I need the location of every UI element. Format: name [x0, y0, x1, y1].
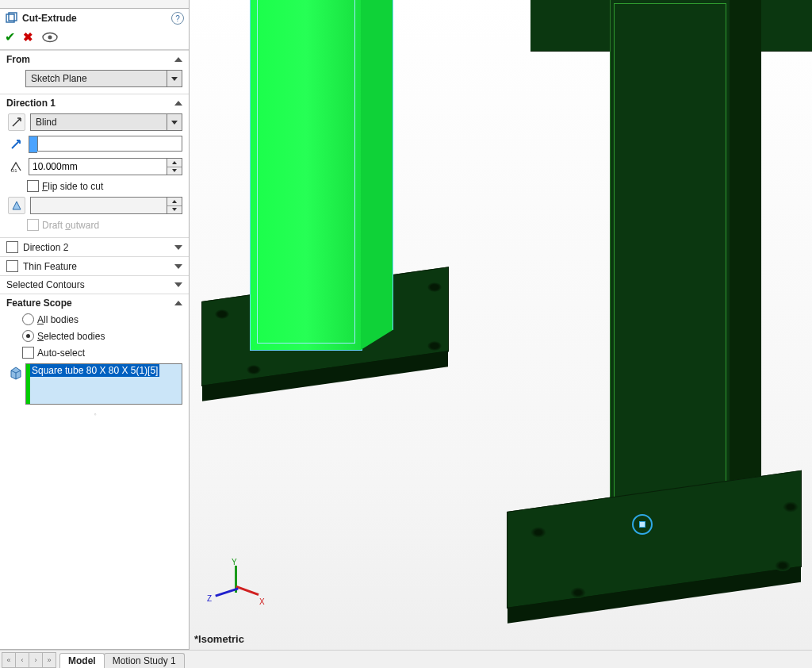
group-body-direction1: Blind	[0, 112, 189, 237]
bolt-hole-icon	[775, 560, 791, 571]
chevron-down-icon	[174, 245, 182, 250]
bolt-hole-icon	[570, 587, 586, 598]
panel-title: Cut-Extrude	[22, 13, 167, 24]
group-body-feature-scope: All bodies Selected bodies Auto-select	[0, 312, 189, 424]
depth-input[interactable]	[29, 159, 167, 175]
model-baseplate-right	[507, 470, 802, 608]
all-bodies-label[interactable]: All bodies	[37, 314, 79, 325]
feature-scope-bodies-list[interactable]: Square tube 80 X 80 X 5(1)[5]	[25, 363, 182, 405]
graphics-viewport[interactable]: X Y Z *Isometric	[190, 0, 812, 650]
svg-point-3	[48, 35, 52, 39]
from-select-value: Sketch Plane	[26, 73, 167, 84]
group-header-from[interactable]: From	[0, 50, 189, 68]
view-orientation-glyph[interactable]	[632, 514, 653, 535]
direction2-label: Direction 2	[23, 242, 170, 253]
feature-scope-list-item[interactable]: Square tube 80 X 80 X 5(1)[5]	[30, 364, 159, 377]
direction-reference-input[interactable]	[37, 136, 182, 152]
tab-nav-prev[interactable]: ‹	[16, 653, 29, 667]
bolt-hole-icon	[427, 341, 442, 351]
section-direction2[interactable]: Direction 2	[0, 237, 189, 256]
action-row: ✔ ✖	[0, 28, 189, 50]
spin-up-button[interactable]	[167, 198, 182, 206]
chevron-up-icon	[174, 301, 182, 305]
group-body-from: Sketch Plane	[0, 68, 189, 94]
dropdown-arrow-icon[interactable]	[167, 71, 182, 86]
triad-x-label: X	[259, 597, 265, 606]
tab-nav-first[interactable]: «	[2, 653, 16, 667]
triad-z-label: Z	[207, 594, 212, 603]
view-orientation-label: *Isometric	[194, 633, 244, 645]
spin-down-button[interactable]	[167, 167, 182, 175]
reference-triad: X Y Z	[209, 566, 264, 613]
chevron-down-icon	[174, 264, 182, 269]
selected-contours-label: Selected Contours	[6, 279, 170, 290]
end-condition-select[interactable]: Blind	[30, 113, 182, 131]
svg-text:D1: D1	[11, 168, 17, 173]
bolt-hole-icon	[530, 527, 546, 538]
direction-reference-icon	[8, 136, 24, 152]
chevron-up-icon	[174, 101, 182, 106]
direction2-checkbox[interactable]	[6, 241, 18, 253]
reverse-direction-button[interactable]	[8, 113, 25, 131]
thin-feature-checkbox[interactable]	[6, 260, 18, 272]
bolt-hole-icon	[783, 501, 799, 513]
bolt-hole-icon	[247, 365, 261, 374]
panel-header: Cut-Extrude ?	[0, 9, 189, 28]
draft-button[interactable]	[8, 197, 25, 214]
flip-side-label[interactable]: Flip side to cut	[42, 181, 103, 192]
ok-button[interactable]: ✔	[5, 29, 15, 44]
spin-down-button[interactable]	[167, 206, 182, 214]
cut-extrude-icon	[5, 12, 17, 25]
from-start-condition-select[interactable]: Sketch Plane	[25, 70, 182, 87]
draft-outward-checkbox	[27, 219, 39, 231]
chevron-up-icon	[174, 57, 182, 62]
spin-up-button[interactable]	[167, 159, 182, 167]
model-selected-column[interactable]	[250, 0, 362, 351]
triad-y-label: Y	[232, 558, 237, 566]
section-selected-contours[interactable]: Selected Contours	[0, 275, 189, 294]
section-thin-feature[interactable]: Thin Feature	[0, 256, 189, 275]
tab-nav-next[interactable]: ›	[29, 653, 43, 667]
depth-spinbox[interactable]	[29, 158, 182, 175]
group-label-direction1: Direction 1	[6, 98, 56, 109]
all-bodies-radio[interactable]	[22, 313, 34, 325]
solid-body-icon	[8, 365, 24, 381]
auto-select-label[interactable]: Auto-select	[37, 347, 85, 359]
model-column-right	[610, 0, 730, 555]
tab-nav-buttons: « ‹ › »	[2, 652, 56, 668]
tab-nav-last[interactable]: »	[43, 653, 56, 667]
detailed-preview-icon[interactable]	[41, 32, 59, 43]
cancel-button[interactable]: ✖	[23, 30, 33, 44]
help-button[interactable]: ?	[171, 12, 184, 25]
end-condition-value: Blind	[31, 117, 167, 128]
bolt-hole-icon	[215, 309, 229, 319]
panel-top-strip	[0, 0, 189, 9]
auto-select-checkbox[interactable]	[22, 347, 34, 359]
resize-handle-icon[interactable]: ◦	[8, 411, 182, 417]
group-header-feature-scope[interactable]: Feature Scope	[0, 294, 189, 312]
group-label-feature-scope: Feature Scope	[6, 298, 72, 309]
group-label-from: From	[6, 54, 30, 65]
svg-marker-5	[13, 202, 21, 209]
property-manager-panel: Cut-Extrude ? ✔ ✖ From	[0, 0, 190, 650]
tab-motion-study[interactable]: Motion Study 1	[104, 653, 185, 668]
draft-outward-label: Draft outward	[42, 220, 99, 231]
depth-icon: D1	[8, 159, 24, 175]
dropdown-arrow-icon[interactable]	[167, 114, 182, 130]
chevron-down-icon	[174, 282, 182, 287]
thin-feature-label: Thin Feature	[23, 261, 170, 272]
flip-side-checkbox[interactable]	[27, 180, 39, 192]
bottom-tab-bar: « ‹ › » Model Motion Study 1	[0, 650, 812, 668]
tab-model[interactable]: Model	[59, 653, 105, 668]
selected-bodies-radio[interactable]	[22, 330, 34, 342]
group-header-direction1[interactable]: Direction 1	[0, 94, 189, 112]
selected-bodies-label[interactable]: Selected bodies	[37, 331, 105, 342]
draft-input	[31, 198, 167, 213]
draft-spinbox[interactable]	[30, 197, 182, 214]
bolt-hole-icon	[427, 282, 442, 292]
